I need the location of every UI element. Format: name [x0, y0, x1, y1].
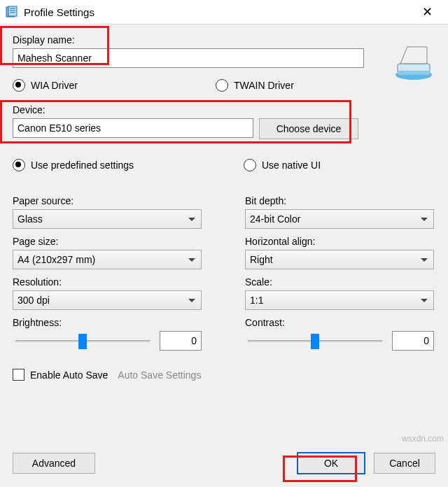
scanner-icon — [393, 41, 434, 82]
twain-driver-label: TWAIN Driver — [234, 80, 294, 91]
cancel-button[interactable]: Cancel — [374, 453, 435, 474]
watermark: wsxdn.com — [402, 434, 444, 444]
native-ui-label: Use native UI — [262, 160, 321, 171]
paper-source-select[interactable] — [13, 209, 202, 229]
device-input[interactable] — [13, 118, 253, 138]
display-name-label: Display name: — [13, 34, 435, 45]
paper-source-label: Paper source: — [13, 195, 202, 206]
wia-driver-label: WIA Driver — [31, 80, 78, 91]
predefined-settings-radio[interactable] — [13, 159, 25, 171]
contrast-slider[interactable] — [245, 332, 385, 349]
app-icon — [6, 6, 18, 18]
halign-select[interactable] — [245, 250, 434, 269]
title-bar: Profile Settings ✕ — [0, 0, 448, 24]
contrast-value[interactable] — [392, 331, 434, 351]
dialog-body: Display name: WIA Driver TWAIN Driver De… — [0, 24, 448, 487]
scale-select[interactable] — [245, 290, 434, 310]
bit-depth-label: Bit depth: — [245, 195, 434, 206]
choose-device-button[interactable]: Choose device — [259, 118, 358, 139]
twain-driver-radio[interactable] — [216, 79, 228, 92]
resolution-label: Resolution: — [13, 276, 202, 288]
halign-label: Horizontal align: — [245, 236, 434, 247]
footer: Advanced OK Cancel — [13, 452, 435, 474]
enable-auto-save-checkbox[interactable] — [13, 369, 24, 381]
svg-rect-1 — [8, 6, 17, 16]
bit-depth-select[interactable] — [245, 209, 434, 229]
page-size-select[interactable] — [13, 250, 202, 269]
page-size-label: Page size: — [13, 236, 202, 247]
enable-auto-save-label: Enable Auto Save — [30, 369, 108, 381]
scale-label: Scale: — [245, 276, 434, 288]
predefined-settings-label: Use predefined settings — [31, 160, 134, 171]
brightness-slider[interactable] — [13, 332, 153, 349]
resolution-select[interactable] — [13, 290, 202, 310]
svg-rect-7 — [398, 71, 430, 75]
wia-driver-radio[interactable] — [13, 79, 25, 92]
native-ui-radio[interactable] — [244, 159, 256, 171]
display-name-input[interactable] — [13, 48, 364, 68]
brightness-label: Brightness: — [13, 317, 202, 328]
auto-save-settings-link[interactable]: Auto Save Settings — [118, 369, 201, 381]
ok-button[interactable]: OK — [297, 452, 365, 474]
device-label: Device: — [13, 104, 435, 115]
close-button[interactable]: ✕ — [413, 4, 441, 20]
advanced-button[interactable]: Advanced — [13, 453, 95, 474]
brightness-value[interactable] — [160, 331, 202, 351]
contrast-label: Contrast: — [245, 317, 434, 328]
window-title: Profile Settings — [24, 6, 413, 18]
